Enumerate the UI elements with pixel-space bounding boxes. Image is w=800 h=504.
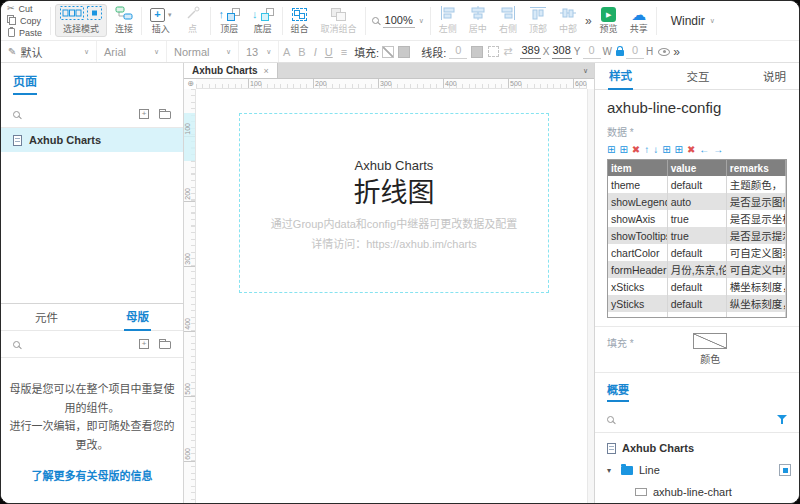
- filter-icon[interactable]: [777, 415, 787, 425]
- selected-widget-name[interactable]: axhub-line-config: [595, 90, 799, 122]
- font-size-select[interactable]: 13 ∨: [239, 41, 279, 62]
- tab-notes[interactable]: 说明: [763, 63, 786, 89]
- table-row[interactable]: formHeader月份,东京,伦敦可自定义中继: [608, 261, 786, 278]
- underline-button[interactable]: U: [321, 46, 337, 58]
- cell-remarks[interactable]: 横坐标刻度，: [726, 278, 785, 295]
- add-folder-icon[interactable]: [159, 111, 171, 119]
- table-row[interactable]: showTooltipstrue是否显示提示: [608, 227, 786, 244]
- move-row-down-icon[interactable]: ↓: [653, 145, 658, 155]
- search-icon[interactable]: [13, 341, 20, 348]
- cell-item[interactable]: chartColor: [608, 244, 667, 261]
- canvas-tab-axhub-charts[interactable]: Axhub Charts ×: [184, 63, 278, 78]
- paste-button[interactable]: Paste: [7, 27, 42, 38]
- delete-row-icon[interactable]: ✖: [632, 145, 640, 155]
- select-mode-button[interactable]: 选择模式: [55, 4, 107, 37]
- fill-none-swatch[interactable]: [382, 46, 394, 58]
- tab-list-chevron-icon[interactable]: ∨: [583, 67, 588, 74]
- cell-item[interactable]: xSticks: [608, 278, 667, 295]
- cell-item[interactable]: formHeader: [608, 261, 667, 278]
- table-row[interactable]: chartColordefault可自定义图表: [608, 244, 786, 261]
- table-row[interactable]: xSticksdefault横坐标刻度，: [608, 278, 786, 295]
- bold-button[interactable]: B: [294, 46, 309, 58]
- add-folder-icon[interactable]: [159, 341, 171, 349]
- cell-value[interactable]: default: [667, 244, 726, 261]
- account-menu[interactable]: Windir ∨: [661, 14, 723, 28]
- w-input[interactable]: 0: [583, 44, 601, 58]
- insert-column-right-icon[interactable]: ⊞: [675, 145, 683, 155]
- cell-item[interactable]: showLegend: [608, 193, 667, 210]
- tab-masters[interactable]: 母版: [92, 304, 183, 330]
- cell-remarks[interactable]: 主题颜色，: [726, 176, 785, 193]
- table-row[interactable]: [608, 312, 786, 318]
- canvas-scrollbar[interactable]: [587, 89, 594, 503]
- insert-row-above-icon[interactable]: ⊞: [607, 145, 615, 155]
- italic-button[interactable]: I: [310, 46, 321, 58]
- cell-remarks[interactable]: 可自定义图表: [726, 244, 785, 261]
- fill-color-swatch[interactable]: [693, 333, 727, 349]
- search-icon[interactable]: [607, 416, 614, 423]
- line-weight-input[interactable]: 0: [449, 44, 467, 58]
- line-color-swatch[interactable]: [471, 46, 483, 58]
- tab-widgets[interactable]: 元件: [1, 304, 92, 330]
- tree-expand-caret-icon[interactable]: ▾: [607, 466, 615, 475]
- x-input[interactable]: 389: [520, 44, 540, 58]
- font-family-select[interactable]: Arial ∨: [97, 41, 167, 62]
- arrow-style-button[interactable]: ⇄: [503, 46, 512, 57]
- cell-value[interactable]: default: [667, 295, 726, 312]
- config-table[interactable]: item value remarks themedefault主题颜色， sho…: [607, 159, 787, 318]
- cell-remarks[interactable]: 是否显示坐标: [726, 210, 785, 227]
- preview-button[interactable]: ▶ 预览: [596, 5, 622, 36]
- line-style-button[interactable]: [488, 46, 499, 57]
- move-column-left-icon[interactable]: ←: [699, 145, 709, 155]
- visibility-eye-icon[interactable]: [658, 48, 670, 56]
- h-input[interactable]: 0: [626, 44, 644, 58]
- move-column-right-icon[interactable]: →: [713, 145, 723, 155]
- tree-item-line[interactable]: ▾ Line: [595, 459, 799, 481]
- list-button[interactable]: ≡: [337, 46, 351, 58]
- tab-style[interactable]: 样式: [608, 63, 633, 89]
- more-tools-button[interactable]: »: [585, 15, 592, 27]
- cell-remarks[interactable]: 可自定义中继: [726, 261, 785, 278]
- insert-row-below-icon[interactable]: ⊞: [619, 145, 627, 155]
- delete-column-icon[interactable]: ✖: [687, 145, 695, 155]
- cell-item[interactable]: theme: [608, 176, 667, 193]
- cell-value[interactable]: auto: [667, 193, 726, 210]
- cut-button[interactable]: ✂ Cut: [7, 3, 42, 14]
- fill-color-swatch[interactable]: [398, 46, 410, 58]
- group-button[interactable]: 组合: [287, 5, 313, 36]
- y-input[interactable]: 308: [552, 44, 572, 58]
- more-style-button[interactable]: »: [673, 46, 680, 58]
- font-color-button[interactable]: A: [279, 46, 294, 58]
- axhub-charts-widget[interactable]: Axhub Charts 折线图 通过Group内data和config中继器可…: [239, 113, 549, 293]
- add-page-icon[interactable]: +: [139, 109, 149, 119]
- close-icon[interactable]: ×: [264, 66, 269, 76]
- cell-remarks[interactable]: 纵坐标刻度，: [726, 295, 785, 312]
- cell-remarks[interactable]: 是否显示提示: [726, 227, 785, 244]
- tree-item-axhub-line-chart[interactable]: axhub-line-chart: [595, 481, 799, 503]
- bring-to-front-button[interactable]: ↑ 顶层: [215, 5, 245, 36]
- copy-button[interactable]: Copy: [7, 15, 42, 26]
- move-row-up-icon[interactable]: ↑: [644, 145, 649, 155]
- zoom-control[interactable]: 100% ∨: [370, 13, 426, 28]
- table-row[interactable]: showAxistrue是否显示坐标: [608, 210, 786, 227]
- share-button[interactable]: ☁ 共享: [626, 5, 652, 36]
- cell-value[interactable]: default: [667, 278, 726, 295]
- cell-item[interactable]: ySticks: [608, 295, 667, 312]
- cell-value[interactable]: 月份,东京,伦敦: [667, 261, 726, 278]
- page-item-axhub-charts[interactable]: Axhub Charts: [1, 128, 183, 152]
- insert-column-left-icon[interactable]: ⊞: [662, 145, 670, 155]
- cell-value[interactable]: default: [667, 176, 726, 193]
- table-row[interactable]: themedefault主题颜色，: [608, 176, 786, 193]
- cell-value[interactable]: true: [667, 227, 726, 244]
- add-master-icon[interactable]: +: [139, 339, 149, 349]
- cell-value[interactable]: true: [667, 210, 726, 227]
- font-weight-select[interactable]: Normal ∨: [167, 41, 239, 62]
- tree-item-axhub-charts[interactable]: Axhub Charts: [595, 437, 799, 459]
- table-row[interactable]: showLegendauto是否显示图例: [608, 193, 786, 210]
- component-badge-icon[interactable]: [779, 464, 791, 476]
- tab-interaction[interactable]: 交互: [687, 63, 710, 89]
- style-preset-select[interactable]: ✎ 默认 ∨: [1, 41, 97, 62]
- lock-ratio-icon[interactable]: [616, 50, 624, 56]
- masters-learn-more-link[interactable]: 了解更多有关母版的信息: [1, 467, 183, 483]
- table-row[interactable]: ySticksdefault纵坐标刻度，: [608, 295, 786, 312]
